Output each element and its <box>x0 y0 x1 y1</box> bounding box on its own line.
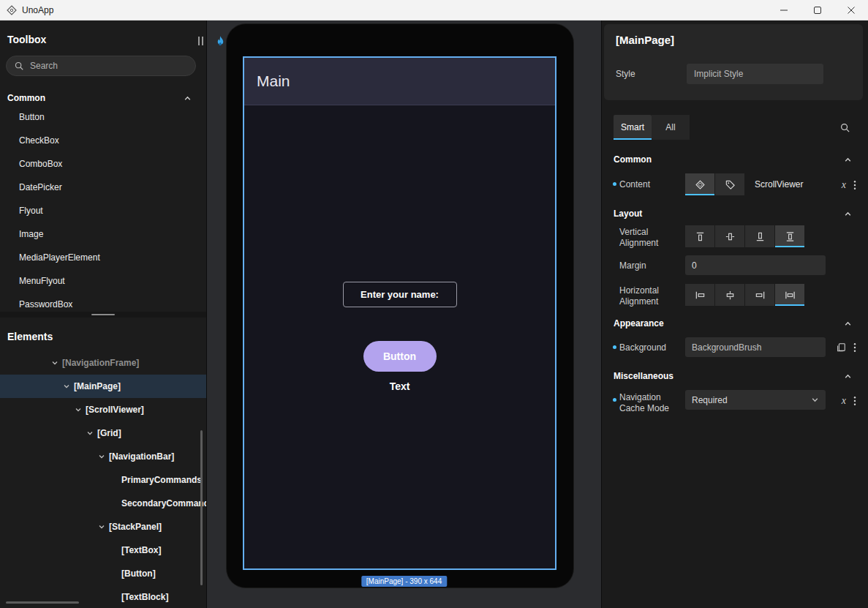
tab-all[interactable]: All <box>652 115 690 140</box>
horizontal-scrollbar[interactable] <box>6 601 79 604</box>
page-size-badge: [MainPage] - 390 x 644 <box>361 576 447 587</box>
toolbox-item-combobox[interactable]: ComboBox <box>0 152 206 176</box>
close-button[interactable] <box>834 0 868 20</box>
section-label: Layout <box>614 209 642 219</box>
align-bottom-button[interactable] <box>745 225 774 247</box>
navigation-bar[interactable]: Main <box>244 58 555 105</box>
toolbox-item-button[interactable]: Button <box>0 105 206 129</box>
modified-dot <box>613 182 616 186</box>
device-frame: Main Enter your name: Button Text <box>227 24 573 588</box>
copy-resource-icon[interactable] <box>836 342 846 353</box>
section-header-miscellaneous[interactable]: Miscellaneous <box>614 369 852 383</box>
toolbox-item-menuflyout[interactable]: MenuFlyout <box>0 269 206 293</box>
chevron-down-icon[interactable] <box>63 383 70 390</box>
canvas-button[interactable]: Button <box>363 341 437 372</box>
align-left-icon <box>695 290 706 301</box>
toolbox-item-passwordbox[interactable]: PasswordBox <box>0 293 206 312</box>
property-inspector: [MainPage] Style Implicit Style Smart Al… <box>601 20 868 608</box>
binding-expression-icon[interactable]: x <box>842 395 846 407</box>
tag-editor-button[interactable] <box>715 173 744 195</box>
inspector-tabs: Smart All <box>614 115 690 140</box>
toolbox-item-checkbox[interactable]: CheckBox <box>0 129 206 152</box>
style-label: Style <box>616 69 635 79</box>
drag-handle-icon[interactable] <box>198 37 203 45</box>
canvas-textbox[interactable]: Enter your name: <box>343 282 457 307</box>
tree-item-primarycommands[interactable]: PrimaryCommands <box>0 468 206 492</box>
align-bottom-icon <box>755 231 766 242</box>
minimize-button[interactable] <box>767 0 801 20</box>
tree-item-navigationbar[interactable]: [NavigationBar] <box>0 445 206 468</box>
toolbox-item-image[interactable]: Image <box>0 222 206 246</box>
tree-item-stackpanel[interactable]: [StackPanel] <box>0 515 206 538</box>
toolbox-item-datepicker[interactable]: DatePicker <box>0 176 206 199</box>
toolbox-panel: Toolbox Common Button CheckBox ComboBox … <box>0 20 206 312</box>
chevron-up-icon[interactable] <box>844 156 852 164</box>
search-input[interactable] <box>30 61 176 71</box>
tree-item-label: [StackPanel] <box>109 522 162 532</box>
tree-item-label: [Grid] <box>97 428 121 438</box>
tree-item-button[interactable]: [Button] <box>0 562 206 585</box>
kebab-menu-icon[interactable] <box>853 396 856 406</box>
background-label: Background <box>619 342 666 353</box>
section-label: Common <box>614 154 652 165</box>
tree-item-label: [TextBox] <box>121 545 161 555</box>
search-icon <box>14 61 24 71</box>
tree-item-secondarycommands[interactable]: SecondaryCommands <box>0 492 206 515</box>
chevron-down-icon[interactable] <box>98 523 105 530</box>
chevron-down-icon[interactable] <box>86 429 94 437</box>
tree-item-textbox[interactable]: [TextBox] <box>0 538 206 562</box>
align-right-icon <box>755 290 766 301</box>
style-field[interactable]: Implicit Style <box>687 64 823 84</box>
section-header-common[interactable]: Common <box>614 152 852 167</box>
chevron-down-icon[interactable] <box>75 406 82 413</box>
chevron-up-icon[interactable] <box>844 320 852 328</box>
property-row-navigation-cache-mode: Navigation Cache Mode Required x <box>602 390 868 422</box>
binding-expression-icon[interactable]: x <box>842 179 846 191</box>
background-field[interactable]: BackgroundBrush <box>685 337 826 357</box>
content-value[interactable]: ScrollViewer <box>755 179 803 189</box>
align-center-horizontal-button[interactable] <box>715 284 744 306</box>
tree-item-scrollviewer[interactable]: [ScrollViewer] <box>0 398 206 421</box>
maximize-button[interactable] <box>801 0 834 20</box>
section-header-layout[interactable]: Layout <box>614 206 852 221</box>
align-top-button[interactable] <box>685 225 714 247</box>
align-right-button[interactable] <box>745 284 774 306</box>
value-editor-button[interactable] <box>685 173 714 195</box>
align-center-vertical-button[interactable] <box>715 225 744 247</box>
chevron-up-icon[interactable] <box>844 372 852 380</box>
selected-element-card: [MainPage] Style Implicit Style <box>604 24 863 100</box>
margin-field[interactable]: 0 <box>685 255 826 275</box>
chevron-up-icon[interactable] <box>184 94 192 102</box>
properties-search-icon[interactable] <box>839 122 850 133</box>
chevron-down-icon[interactable] <box>98 453 105 460</box>
hot-design-flame-icon[interactable] <box>214 33 227 49</box>
vertical-scrollbar[interactable] <box>200 430 203 585</box>
panel-splitter[interactable] <box>0 312 206 318</box>
page-selection-outline[interactable]: Main Enter your name: Button Text <box>243 56 556 570</box>
align-left-button[interactable] <box>685 284 714 306</box>
toolbox-search[interactable] <box>6 56 196 76</box>
canvas-textblock[interactable]: Text <box>390 380 410 392</box>
stretch-horizontal-button[interactable] <box>775 284 804 306</box>
tree-item-mainpage[interactable]: [MainPage] <box>0 375 206 398</box>
chevron-up-icon[interactable] <box>844 210 852 218</box>
tree-item-navigationframe[interactable]: [NavigationFrame] <box>0 351 206 375</box>
content-label: Content <box>619 179 650 190</box>
toolbox-item-flyout[interactable]: Flyout <box>0 199 206 222</box>
content-editor-toggle <box>685 173 744 195</box>
toolbox-item-mediaplayerelement[interactable]: MediaPlayerElement <box>0 246 206 269</box>
chevron-down-icon[interactable] <box>51 359 59 367</box>
titlebar: UnoApp <box>0 0 868 20</box>
kebab-menu-icon[interactable] <box>853 342 856 353</box>
tree-item-textblock[interactable]: [TextBlock] <box>0 585 206 608</box>
splitter-grip[interactable] <box>91 314 115 315</box>
stretch-vertical-button[interactable] <box>775 225 804 247</box>
tree-item-grid[interactable]: [Grid] <box>0 421 206 445</box>
section-header-appearance[interactable]: Appearance <box>614 316 852 331</box>
navigation-cache-mode-dropdown[interactable]: Required <box>685 390 826 410</box>
toolbox-section-common[interactable]: Common <box>0 91 206 105</box>
diamond-icon <box>695 179 706 190</box>
tab-smart[interactable]: Smart <box>614 115 652 140</box>
kebab-menu-icon[interactable] <box>853 180 856 190</box>
modified-dot <box>613 345 616 349</box>
